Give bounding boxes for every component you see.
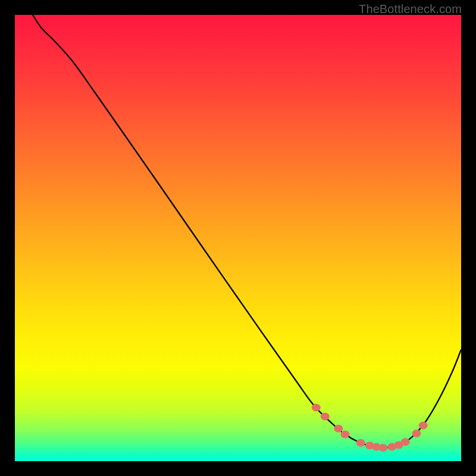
data-marker bbox=[334, 425, 343, 433]
data-marker bbox=[321, 413, 330, 421]
data-marker bbox=[341, 431, 350, 439]
data-marker bbox=[356, 439, 365, 447]
data-markers bbox=[312, 404, 428, 452]
data-marker bbox=[312, 404, 321, 412]
chart-container: TheBottleneck.com bbox=[0, 0, 476, 476]
data-marker bbox=[378, 444, 387, 452]
data-marker bbox=[419, 422, 428, 430]
data-marker bbox=[401, 438, 410, 446]
bottleneck-curve bbox=[33, 15, 461, 448]
curve-svg bbox=[15, 15, 461, 461]
watermark-text: TheBottleneck.com bbox=[359, 2, 462, 16]
plot-area bbox=[15, 15, 461, 461]
data-marker bbox=[412, 430, 421, 437]
